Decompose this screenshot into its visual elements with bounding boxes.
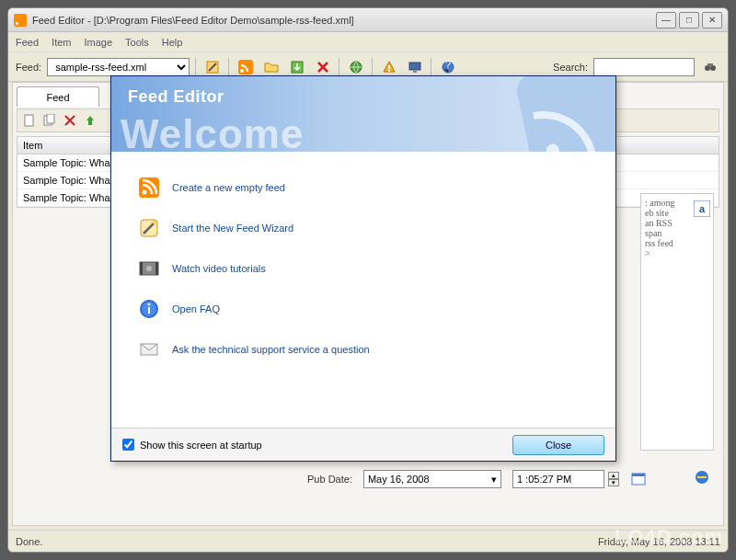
option-open-faq[interactable]: Open FAQ [139,299,588,319]
show-at-startup-checkbox[interactable]: Show this screen at startup [122,439,262,451]
svg-rect-5 [388,65,390,69]
option-video-tutorials[interactable]: Watch video tutorials [139,258,588,279]
option-label: Watch video tutorials [172,263,266,274]
font-icon[interactable]: a [694,200,710,219]
tab-feed[interactable]: Feed [17,86,99,107]
rss-tool-icon[interactable] [236,57,256,77]
menu-feed[interactable]: Feed [16,37,39,48]
feed-select[interactable]: sample-rss-feed.xml [47,58,190,76]
option-label: Open FAQ [172,303,220,314]
search-input[interactable] [593,58,695,76]
svg-rect-13 [707,63,713,66]
option-new-wizard[interactable]: Start the New Feed Wizard [139,218,588,238]
rss-hero-icon [514,76,615,152]
warning-icon[interactable] [379,57,399,77]
svg-text:a: a [699,203,706,214]
close-window-button[interactable]: ✕ [702,12,722,29]
dialog-footer: Show this screen at startup Close [111,428,615,461]
close-button[interactable]: Close [512,435,604,455]
new-page-icon[interactable] [21,112,38,129]
window-title: Feed Editor - [D:\Program Files\Feed Edi… [32,15,653,26]
checkbox-input[interactable] [122,439,134,451]
monitor-icon[interactable] [405,57,425,77]
svg-text:?: ? [445,60,451,70]
svg-rect-7 [409,63,420,70]
svg-point-23 [143,190,147,195]
calendar-icon[interactable] [630,471,647,487]
ie-icon[interactable] [694,469,710,487]
minimize-button[interactable]: — [656,12,676,29]
time-spinner[interactable]: ▴▾ [608,472,619,486]
separator [228,57,230,77]
welcome-dialog: Feed Editor Welcome Create a new empty f… [110,75,616,462]
titlebar[interactable]: Feed Editor - [D:\Program Files\Feed Edi… [8,8,728,32]
menu-help[interactable]: Help [162,37,183,48]
wand-icon [139,218,159,238]
chevron-down-icon[interactable]: ▾ [491,474,497,486]
checkbox-label: Show this screen at startup [140,440,262,451]
separator [372,57,374,77]
svg-rect-21 [632,474,645,476]
feed-label: Feed: [16,62,41,73]
svg-rect-8 [413,71,417,73]
dialog-body: Create a new empty feed Start the New Fe… [111,152,615,428]
separator [431,57,432,77]
date-value: May 16, 2008 [368,474,430,485]
svg-point-29 [146,266,152,271]
svg-point-2 [240,69,244,73]
spin-down[interactable]: ▾ [608,479,619,486]
wand-icon[interactable] [202,57,223,77]
date-picker[interactable]: May 16, 2008 ▾ [363,470,501,488]
welcome-text: Welcome [121,111,304,152]
option-ask-support[interactable]: Ask the technical support service a ques… [139,339,588,360]
option-label: Create a new empty feed [172,182,285,193]
menu-tools[interactable]: Tools [125,37,149,48]
search-label: Search: [553,62,588,73]
option-label: Ask the technical support service a ques… [172,344,370,355]
up-arrow-icon[interactable] [82,112,98,129]
info-icon [139,299,159,319]
separator [195,57,197,77]
globe-icon[interactable] [346,57,366,77]
rss-icon [139,177,159,198]
help-icon[interactable]: ? [438,57,458,77]
binoculars-icon[interactable] [700,57,720,77]
rss-icon [14,14,27,27]
spin-up[interactable]: ▴ [608,472,619,479]
menubar: Feed Item Image Tools Help [8,32,728,52]
delete-mini-icon[interactable] [62,112,78,129]
status-right: Friday, May 16, 2008 13:11 [598,536,720,547]
menu-image[interactable]: Image [84,37,112,48]
svg-point-25 [153,221,156,224]
svg-rect-6 [388,70,390,72]
option-label: Start the New Feed Wizard [172,223,293,234]
open-folder-icon[interactable] [261,57,282,77]
menu-item[interactable]: Item [52,37,71,48]
delete-icon[interactable] [313,57,333,77]
copy-page-icon[interactable] [41,112,58,129]
svg-rect-14 [25,115,33,126]
time-value: 1 :05:27 PM [517,474,571,485]
separator [339,57,340,77]
pubdate-label: Pub Date: [307,474,352,485]
envelope-icon [139,339,159,360]
preview-snippet: : among eb site an RSS span rss feed > [640,193,714,451]
dialog-brand: Feed Editor [128,87,224,107]
dialog-header: Feed Editor Welcome [111,76,615,152]
svg-rect-16 [47,114,54,123]
svg-rect-27 [140,262,143,275]
time-picker[interactable]: 1 :05:27 PM [512,470,604,488]
pubdate-row: Pub Date: May 16, 2008 ▾ 1 :05:27 PM ▴▾ [307,470,647,488]
svg-point-33 [148,303,151,306]
save-icon[interactable] [287,57,307,77]
statusbar: Done. Friday, May 16, 2008 13:11 [8,530,728,552]
status-left: Done. [16,536,42,547]
svg-rect-28 [155,262,158,275]
film-icon [139,258,159,279]
svg-rect-32 [148,307,150,314]
option-create-feed[interactable]: Create a new empty feed [139,177,588,198]
maximize-button[interactable]: □ [679,12,699,29]
